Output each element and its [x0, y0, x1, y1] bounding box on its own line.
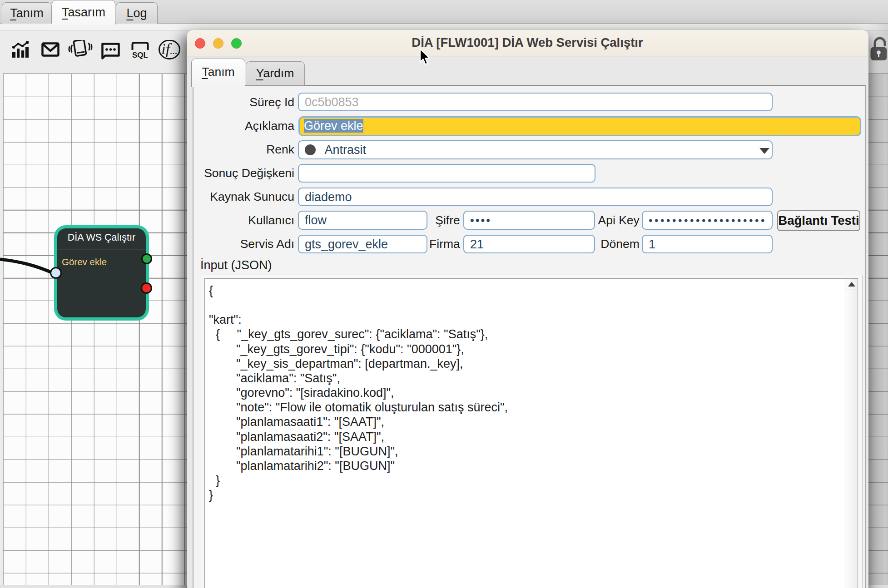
svg-text:SQL: SQL	[132, 51, 148, 59]
svg-text:if...: if...	[161, 40, 177, 57]
